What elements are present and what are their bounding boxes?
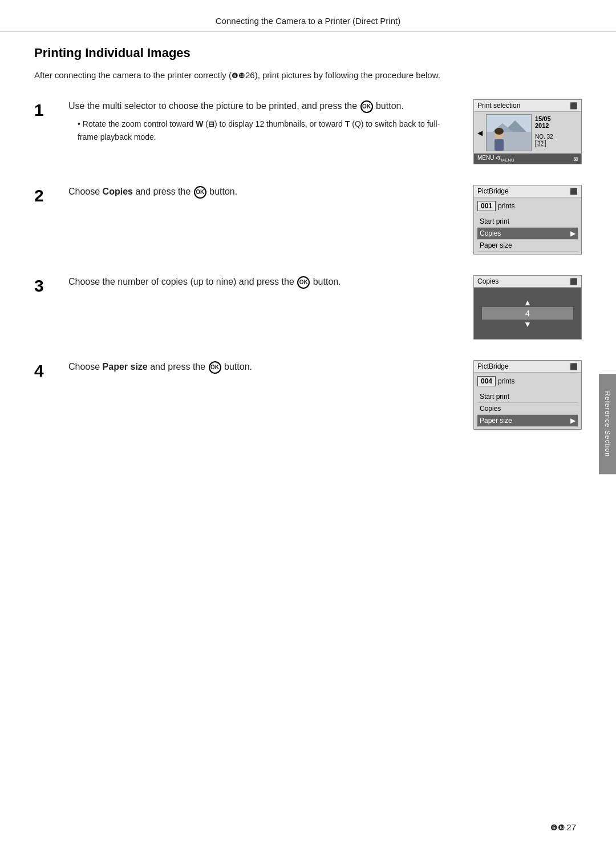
step-3-text: Choose the number of copies (up to nine)… (68, 275, 460, 293)
usb-icon: ⬛ (570, 102, 578, 110)
screen-4-title: PictBridge (477, 362, 509, 370)
copies-up-arrow: ▲ (524, 298, 532, 307)
reference-section-tab: Reference Section (599, 374, 616, 474)
screen-1-header: Print selection ⬛ (474, 100, 581, 112)
ok-button-icon-4: OK (209, 361, 221, 374)
prints-val: 001 (477, 201, 496, 211)
menu-paper-size: Paper size (477, 240, 578, 252)
paper-size-label-4: Paper size (480, 417, 512, 425)
sidebar-label: Reference Section (603, 391, 611, 457)
screen-1-mockup: Print selection ⬛ ◀ (473, 99, 582, 164)
screen-2-title: PictBridge (477, 187, 509, 195)
menu-copies: Copies ▶ (477, 228, 578, 240)
ok-button-icon-2: OK (194, 186, 206, 199)
step-1-row: 1 Use the multi selector to choose the p… (34, 99, 582, 164)
screen-4-mockup: PictBridge ⬛ 004 prints Start print Copi… (473, 360, 582, 430)
copies-value: 4 (482, 307, 573, 320)
screen-2-prints-row: 001 prints (477, 200, 578, 212)
footer-icon-left: ❻❿ (550, 823, 565, 832)
start-print-label: Start print (480, 217, 509, 225)
screen-3-title: Copies (477, 277, 499, 285)
screen-4-header: PictBridge ⬛ (474, 361, 581, 373)
copies-label-4: Copies (480, 405, 501, 413)
page-number: 27 (566, 822, 576, 832)
screen-1-no-val: 32 (535, 140, 546, 147)
intro-text: After connecting the camera to the print… (34, 68, 582, 82)
screen-2-header: PictBridge ⬛ (474, 185, 581, 197)
screen-1-image-area: ◀ (476, 114, 579, 151)
screen-1-menu-bar: MENU ⚙MENU ⊠ (474, 154, 581, 164)
menu-start-print-4: Start print (477, 391, 578, 403)
prints-label: prints (498, 202, 514, 210)
section-title: Printing Individual Images (34, 46, 582, 60)
menu-start-print: Start print (477, 216, 578, 228)
paper-size-label: Paper size (480, 241, 512, 249)
step-1-number: 1 (34, 100, 55, 120)
screen-1-no-label: NO. 32 (535, 134, 578, 140)
step-1-text: Use the multi selector to choose the pic… (68, 99, 460, 143)
paper-size-arrow: ▶ (570, 417, 576, 425)
usb-icon-4: ⬛ (570, 363, 578, 370)
svg-point-6 (495, 128, 504, 135)
screen-3-mockup: Copies ⬛ ▲ 4 ▼ (473, 275, 582, 340)
step-1-bullet: Rotate the zoom control toward W (⊟) to … (68, 118, 460, 143)
step-2-text: Choose Copies and press the OK button. (68, 185, 460, 203)
prints-label-4: prints (498, 377, 514, 385)
copies-label: Copies (480, 229, 501, 237)
ok-button-icon: OK (360, 100, 373, 113)
step-3-instruction: Choose the number of copies (up to nine)… (68, 275, 460, 289)
screen-4-prints-row: 004 prints (477, 375, 578, 387)
copies-control: ▲ 4 ▼ (482, 298, 573, 329)
step-4-row: 4 Choose Paper size and press the OK but… (34, 360, 582, 430)
page-content: Printing Individual Images After connect… (0, 46, 616, 484)
screen-3-header: Copies ⬛ (474, 276, 581, 288)
ok-button-icon-3: OK (297, 276, 310, 289)
copies-arrow: ▶ (570, 229, 576, 237)
screen-1-date: 15/05 (535, 115, 578, 122)
screen-1-thumbnail (486, 114, 532, 151)
svg-rect-5 (495, 139, 504, 151)
page-header: Connecting the Camera to a Printer (Dire… (0, 0, 616, 32)
step-1-instruction: Use the multi selector to choose the pic… (68, 99, 460, 113)
step-4-instruction: Choose Paper size and press the OK butto… (68, 360, 460, 374)
screen-2-body: 001 prints Start print Copies ▶ Paper si… (474, 197, 581, 254)
screen-1-title: Print selection (477, 102, 520, 110)
menu-copies-4: Copies (477, 403, 578, 415)
screen-1-info: 15/05 2012 NO. 32 32 (534, 114, 579, 151)
start-print-label-4: Start print (480, 393, 509, 401)
screen-3-body: ▲ 4 ▼ (474, 288, 581, 339)
delete-icon: ⊠ (573, 156, 578, 162)
header-text: Connecting the Camera to a Printer (Dire… (216, 16, 400, 26)
step-4-number: 4 (34, 361, 55, 381)
step-4-text: Choose Paper size and press the OK butto… (68, 360, 460, 378)
step-3-number: 3 (34, 276, 55, 296)
menu-paper-size-4: Paper size ▶ (477, 415, 578, 427)
step-2-number: 2 (34, 186, 55, 205)
screen-4-body: 004 prints Start print Copies Paper size… (474, 373, 581, 429)
step-2-row: 2 Choose Copies and press the OK button.… (34, 185, 582, 255)
step-2-instruction: Choose Copies and press the OK button. (68, 185, 460, 199)
page-footer: ❻❿ 27 (550, 822, 576, 832)
screen-1-body: ◀ (474, 112, 581, 154)
usb-icon-3: ⬛ (570, 278, 578, 285)
screen-2-mockup: PictBridge ⬛ 001 prints Start print Copi… (473, 185, 582, 255)
menu-label: MENU ⚙MENU (477, 155, 514, 163)
arrow-left-icon: ◀ (477, 129, 483, 137)
step-3-row: 3 Choose the number of copies (up to nin… (34, 275, 582, 340)
copies-down-arrow: ▼ (524, 320, 532, 329)
prints-val-4: 004 (477, 376, 496, 386)
screen-1-year: 2012 (535, 122, 578, 129)
usb-icon-2: ⬛ (570, 188, 578, 195)
